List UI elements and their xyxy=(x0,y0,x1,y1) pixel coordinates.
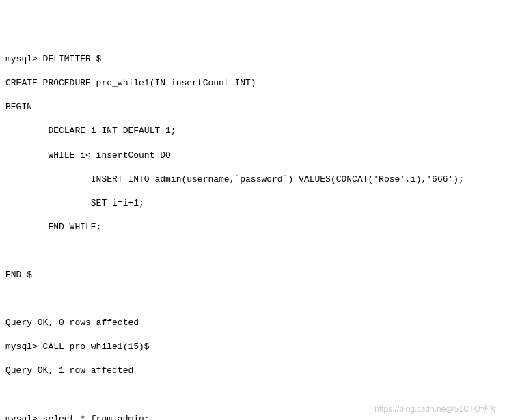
code-line: END WHILE; xyxy=(5,221,500,234)
code-line: mysql> DELIMITER $ xyxy=(5,53,500,66)
code-line: BEGIN xyxy=(5,101,500,113)
code-line: CREATE PROCEDURE pro_while1(IN insertCou… xyxy=(5,77,500,89)
code-line: Query OK, 1 row affected xyxy=(5,365,500,377)
code-line xyxy=(5,293,500,305)
code-line: DECLARE i INT DEFAULT 1; xyxy=(5,125,500,137)
code-line xyxy=(5,245,500,257)
code-line: INSERT INTO admin(username,`password`) V… xyxy=(5,173,500,186)
code-line: WHILE i<=insertCount DO xyxy=(5,150,500,162)
watermark-text: https://blog.csdn.ne@51CTO博客 xyxy=(374,404,497,415)
code-line: END $ xyxy=(5,269,500,281)
code-line xyxy=(5,389,500,402)
code-line: SET i=i+1; xyxy=(5,197,500,210)
code-line: Query OK, 0 rows affected xyxy=(5,317,500,329)
code-line: mysql> CALL pro_while1(15)$ xyxy=(5,341,500,353)
